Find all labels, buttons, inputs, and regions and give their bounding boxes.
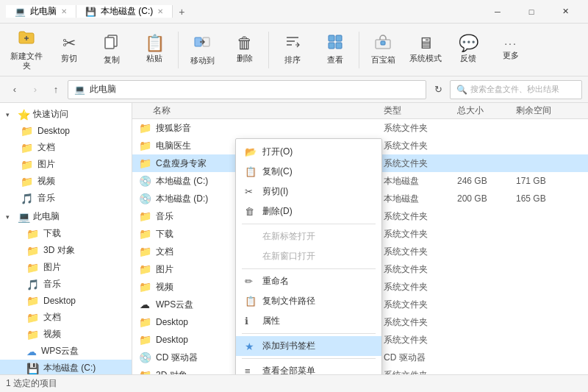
ribbon-move-to[interactable]: 移动到 [182, 28, 223, 72]
context-menu-item-open[interactable]: 📂打开(O) [236, 142, 381, 162]
file-row[interactable]: 📁 搜狐影音 系统文件夹 [132, 119, 588, 137]
context-menu-item-copy[interactable]: 📋复制(C) [236, 162, 381, 182]
cut-label: 剪切 [61, 54, 77, 63]
tab-c-close-icon[interactable]: ✕ [157, 7, 163, 15]
ctx-icon-rename: ✏ [245, 276, 257, 287]
ribbon-new-folder[interactable]: 新建文件夹 [6, 28, 47, 72]
file-icon: 📁 [138, 139, 151, 152]
ribbon-sort[interactable]: 排序 [272, 28, 313, 72]
search-placeholder: 搜索全盘文件、秒出结果 [470, 84, 559, 95]
file-icon: 📁 [138, 245, 151, 258]
ctx-icon-properties: ℹ [245, 316, 257, 327]
music2-label: 音乐 [43, 278, 61, 291]
new-folder-icon [18, 29, 35, 49]
file-type: 系统文件夹 [384, 210, 457, 223]
sidebar-item-wps[interactable]: ☁ WPS云盘 [0, 343, 132, 360]
downloads-folder-icon: 📁 [26, 228, 39, 240]
context-menu-item-delete[interactable]: 🗑删除(D) [236, 202, 381, 221]
tab-bar: 💻 此电脑 ✕ 💾 本地磁盘 (C:) ✕ + [6, 5, 191, 18]
bookmark-star-icon: ★ [245, 341, 257, 352]
forward-button[interactable]: › [26, 81, 44, 99]
documents-label: 文档 [37, 141, 55, 154]
main-container: ▾ ⭐ 快速访问 📁 Desktop 📁 文档 📁 图片 📁 视频 🎵 [0, 103, 588, 374]
sidebar-item-music[interactable]: 🎵 音乐 [0, 190, 132, 207]
search-box[interactable]: 🔍 搜索全盘文件、秒出结果 [450, 80, 582, 99]
file-size: 246 GB [457, 176, 516, 186]
view-label: 查看 [327, 55, 343, 65]
minimize-button[interactable]: ─ [481, 0, 514, 24]
sidebar-item-pictures2[interactable]: 📁 图片 [0, 259, 132, 276]
videos2-folder-icon: 📁 [26, 329, 39, 341]
quick-access-icon: ⭐ [18, 109, 30, 121]
context-menu-item-copy-path[interactable]: 📋复制文件路径 [236, 291, 381, 311]
paste-label: 粘贴 [146, 54, 162, 63]
ribbon-feedback[interactable]: 💬 反馈 [448, 28, 489, 72]
context-menu-item-show-all[interactable]: ≡查看全部菜单 [236, 361, 381, 374]
tab-local-c[interactable]: 💾 本地磁盘 (C:) ✕ [76, 5, 173, 18]
ctx-label-open-new-tab: 在新标签打开 [262, 230, 315, 243]
sidebar-item-videos2[interactable]: 📁 视频 [0, 326, 132, 343]
sidebar-item-3d[interactable]: 📁 3D 对象 [0, 242, 132, 259]
context-menu-item-rename[interactable]: ✏重命名 [236, 271, 381, 291]
context-menu-item-cut[interactable]: ✂剪切(I) [236, 182, 381, 202]
file-type: 系统文件夹 [384, 122, 457, 135]
quick-access-label: 快速访问 [33, 108, 68, 121]
copy-label: 复制 [104, 55, 120, 65]
sidebar-quick-access-header[interactable]: ▾ ⭐ 快速访问 [0, 106, 132, 123]
close-button[interactable]: ✕ [548, 0, 582, 24]
music-label: 音乐 [37, 192, 55, 204]
ribbon-toolbar: 新建文件夹 ✂ 剪切 复制 📋 粘贴 移动到 🗑 删除 [0, 24, 588, 76]
this-pc-label: 此电脑 [33, 210, 60, 223]
file-icon: 💿 [138, 174, 151, 188]
file-icon: 📁 [138, 227, 151, 240]
ribbon-more[interactable]: ··· 更多 [490, 28, 531, 72]
sidebar-item-downloads[interactable]: 📁 下载 [0, 225, 132, 242]
refresh-button[interactable]: ↻ [429, 81, 447, 99]
more-label: 更多 [503, 51, 519, 60]
desktop-label: Desktop [37, 126, 70, 136]
ribbon-cut[interactable]: ✂ 剪切 [49, 28, 90, 72]
context-menu-item-properties[interactable]: ℹ属性 [236, 311, 381, 331]
ribbon-paste[interactable]: 📋 粘贴 [134, 28, 175, 72]
ribbon-sys-mode[interactable]: 🖥 系统模式 [405, 28, 446, 72]
desktop2-label: Desktop [43, 296, 76, 306]
ctx-label-add-bookmark: 添加到书签栏 [262, 340, 315, 352]
context-menu-item-open-new-win: 在新窗口打开 [236, 246, 381, 266]
sidebar-item-documents2[interactable]: 📁 文档 [0, 309, 132, 326]
ribbon-copy[interactable]: 复制 [91, 28, 132, 72]
tab-c-label: 本地磁盘 (C:) [101, 5, 153, 18]
address-input[interactable]: 💻 此电脑 [68, 80, 426, 99]
this-pc-icon: 💻 [18, 211, 30, 223]
ribbon-sep-1 [178, 32, 179, 68]
ribbon-delete[interactable]: 🗑 删除 [224, 28, 265, 72]
file-type: 系统文件夹 [384, 157, 457, 170]
file-type: 系统文件夹 [384, 334, 457, 346]
3d-label: 3D 对象 [43, 244, 75, 257]
sidebar-item-pictures[interactable]: 📁 图片 [0, 156, 132, 173]
tab-this-pc[interactable]: 💻 此电脑 ✕ [6, 5, 76, 18]
tab-add-button[interactable]: + [173, 6, 190, 18]
sidebar-item-music2[interactable]: 🎵 音乐 [0, 276, 132, 293]
tab-c-icon: 💾 [85, 7, 96, 17]
context-menu-item-add-bookmark[interactable]: ★添加到书签栏 [236, 336, 381, 356]
file-type: 系统文件夹 [384, 246, 457, 258]
sidebar-item-desktop[interactable]: 📁 Desktop [0, 123, 132, 139]
maximize-button[interactable]: □ [514, 0, 548, 24]
sidebar-item-videos[interactable]: 📁 视频 [0, 173, 132, 190]
title-bar: 💻 此电脑 ✕ 💾 本地磁盘 (C:) ✕ + ─ □ ✕ [0, 0, 588, 24]
ribbon-baobao[interactable]: 百宝箱 [362, 28, 404, 72]
sidebar-item-local-c[interactable]: 💾 本地磁盘 (C:) [0, 360, 132, 374]
context-menu-item-open-new-tab: 在新标签打开 [236, 227, 381, 246]
downloads-label: 下载 [43, 227, 61, 240]
back-button[interactable]: ‹ [6, 81, 24, 99]
sidebar-item-desktop2[interactable]: 📁 Desktop [0, 293, 132, 309]
ribbon-view[interactable]: 查看 [315, 28, 356, 72]
sidebar-this-pc-header[interactable]: ▾ 💻 此电脑 [0, 208, 132, 225]
tab-close-icon[interactable]: ✕ [61, 7, 67, 15]
col-type-header: 类型 [384, 104, 457, 117]
file-icon: 💿 [138, 351, 151, 364]
baobao-icon [374, 34, 392, 53]
up-button[interactable]: ↑ [47, 81, 65, 99]
sidebar-item-documents[interactable]: 📁 文档 [0, 139, 132, 156]
address-icon: 💻 [74, 85, 85, 95]
